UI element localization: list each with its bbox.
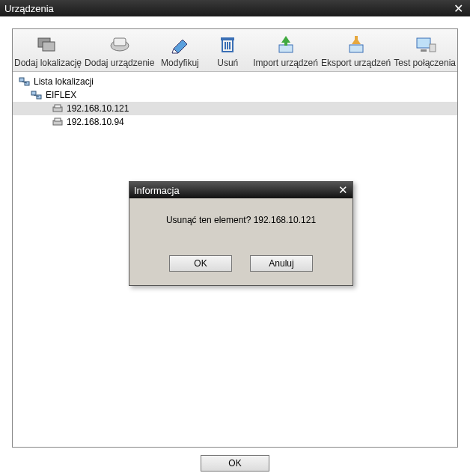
svg-rect-27 [55, 105, 61, 108]
trash-icon [216, 34, 239, 55]
svg-rect-23 [31, 91, 36, 95]
toolbar-label: Import urządzeń [253, 58, 318, 68]
svg-rect-11 [279, 45, 293, 52]
svg-rect-17 [417, 38, 430, 48]
ok-button[interactable]: OK [201, 455, 269, 472]
tree-root[interactable]: Lista lokalizacji [13, 75, 457, 88]
dialog-titlebar: Informacja ✕ [129, 182, 352, 198]
svg-rect-24 [37, 95, 41, 99]
modify-button[interactable]: Modyfikuj [156, 29, 204, 71]
svg-rect-20 [19, 78, 24, 82]
tree-label: 192.168.10.121 [67, 103, 129, 114]
window-title: Urządzenia [4, 3, 54, 14]
folders-icon [36, 34, 60, 55]
tree-label: Lista lokalizacji [34, 76, 94, 87]
device-tree: Lista lokalizacji EIFLEX 192.168.10.121 [13, 72, 457, 132]
tree-device[interactable]: 192.168.10.121 [13, 102, 457, 115]
printer-icon [52, 103, 64, 114]
printer-icon [52, 117, 64, 127]
toolbar-label: Test połączenia [394, 58, 456, 68]
dialog-buttons: OK Anuluj [138, 255, 344, 276]
toolbar-label: Usuń [205, 58, 250, 68]
svg-rect-14 [350, 45, 363, 52]
export-icon [344, 34, 368, 55]
toolbar-label: Dodaj urządzenie [85, 58, 154, 68]
test-connection-button[interactable]: Test połączenia [392, 29, 457, 71]
add-device-button[interactable]: Dodaj urządzenie [83, 29, 156, 71]
toolbar: Dodaj lokalizację Dodaj urządzenie Modyf… [13, 29, 457, 72]
network-icon [19, 76, 31, 87]
svg-rect-19 [430, 44, 436, 52]
svg-rect-3 [114, 38, 126, 46]
delete-button[interactable]: Usuń [204, 29, 251, 71]
ok-button[interactable]: OK [169, 255, 232, 272]
svg-rect-29 [55, 118, 61, 121]
add-location-button[interactable]: Dodaj lokalizację [13, 29, 83, 71]
import-button[interactable]: Import urządzeń [251, 29, 320, 71]
export-button[interactable]: Eksport urządzeń [320, 29, 392, 71]
content-frame: Dodaj lokalizację Dodaj urządzenie Modyf… [12, 28, 458, 448]
device-icon [108, 34, 132, 55]
svg-rect-18 [421, 49, 427, 52]
close-icon[interactable]: ✕ [451, 1, 466, 16]
svg-rect-13 [284, 42, 287, 46]
window-buttons: OK [12, 455, 458, 472]
dialog-message: Usunąć ten element? 192.168.10.121 [138, 215, 344, 225]
window-body: Dodaj lokalizację Dodaj urządzenie Modyf… [0, 16, 470, 476]
eraser-icon [168, 34, 192, 55]
svg-rect-21 [25, 82, 29, 85]
monitor-icon [413, 34, 437, 55]
svg-rect-10 [221, 37, 234, 40]
tree-label: 192.168.10.94 [67, 117, 124, 127]
tree-device[interactable]: 192.168.10.94 [13, 115, 457, 129]
svg-rect-16 [355, 36, 358, 40]
cancel-button[interactable]: Anuluj [250, 255, 313, 272]
window-titlebar: Urządzenia ✕ [0, 0, 470, 16]
tree-location[interactable]: EIFLEX [13, 88, 457, 102]
toolbar-label: Eksport urządzeń [321, 58, 391, 68]
toolbar-label: Modyfikuj [157, 58, 202, 68]
close-icon[interactable]: ✕ [338, 183, 348, 197]
svg-marker-12 [281, 36, 290, 43]
network-icon [31, 90, 43, 100]
dialog-title: Informacja [134, 185, 180, 196]
svg-rect-1 [43, 42, 55, 51]
import-icon [274, 34, 298, 55]
tree-label: EIFLEX [46, 90, 76, 100]
toolbar-label: Dodaj lokalizację [14, 58, 82, 68]
dialog-body: Usunąć ten element? 192.168.10.121 OK An… [129, 198, 352, 285]
confirm-dialog: Informacja ✕ Usunąć ten element? 192.168… [129, 181, 353, 286]
